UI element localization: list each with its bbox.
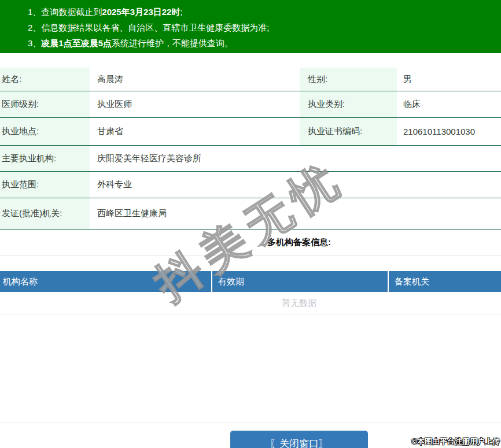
info-label: 发证(批准)机关: <box>0 198 90 229</box>
notice-num: 3、 <box>28 38 41 48</box>
info-label: 性别: <box>300 68 397 91</box>
info-value: 210610113001030 <box>397 118 501 145</box>
filing-column-header: 机构名称 <box>0 271 211 292</box>
info-label: 姓名: <box>0 68 90 91</box>
info-table: 姓名:高晨涛性别:男医师级别:执业医师执业类别:临床执业地点:甘肃省执业证书编码… <box>0 68 501 229</box>
filing-table-header: 机构名称有效期备案机关 <box>0 271 501 292</box>
bottom-divider <box>0 314 501 423</box>
notice-text: 查询数据截止到 <box>41 7 102 17</box>
info-value: 男 <box>397 68 501 91</box>
notice-line-1: 1、查询数据截止到2025年3月23日22时; <box>28 4 501 20</box>
filing-column-header: 有效期 <box>211 271 388 292</box>
notice-num: 1、 <box>28 7 41 17</box>
notice-bold: 凌晨1点至凌晨5点 <box>41 38 112 48</box>
corner-watermark: ©本图由平台注册用户上传 <box>411 436 500 447</box>
info-row: 姓名:高晨涛性别:男 <box>0 68 501 91</box>
info-value: 高晨涛 <box>90 68 300 91</box>
info-label: 执业类别: <box>300 91 397 117</box>
filing-column-header: 备案机关 <box>388 271 501 292</box>
info-value: 临床 <box>397 91 501 117</box>
notice-line-3: 3、凌晨1点至凌晨5点系统进行维护，不能提供查询。 <box>28 35 501 51</box>
info-label: 执业范围: <box>0 172 90 198</box>
info-value: 庆阳爱美年轻医疗美容诊所 <box>90 146 501 171</box>
info-value: 甘肃省 <box>90 118 300 145</box>
notice-text: 系统进行维护，不能提供查询。 <box>112 38 233 48</box>
notice-text: 信息数据结果以各省、自治区、直辖市卫生健康委数据为准; <box>41 23 269 32</box>
page: 1、查询数据截止到2025年3月23日22时; 2、信息数据结果以各省、自治区、… <box>0 0 501 448</box>
info-row: 医师级别:执业医师执业类别:临床 <box>0 91 501 118</box>
info-row: 主要执业机构:庆阳爱美年轻医疗美容诊所 <box>0 146 501 172</box>
info-row: 执业地点:甘肃省执业证书编码:210610113001030 <box>0 118 501 146</box>
info-value: 外科专业 <box>90 172 501 198</box>
notice-line-2: 2、信息数据结果以各省、自治区、直辖市卫生健康委数据为准; <box>28 20 501 35</box>
info-label: 主要执业机构: <box>0 146 90 171</box>
notice-num: 2、 <box>28 23 41 32</box>
info-value: 执业医师 <box>90 91 300 117</box>
notice-bold: 2025年3月23日22时 <box>102 7 180 17</box>
info-row: 执业范围:外科专业 <box>0 172 501 198</box>
filing-section-title: 多机构备案信息: <box>0 229 501 256</box>
info-label: 执业地点: <box>0 118 90 145</box>
filing-empty-text: 暂无数据 <box>0 292 501 314</box>
info-row: 发证(批准)机关:西峰区卫生健康局 <box>0 198 501 229</box>
info-value: 西峰区卫生健康局 <box>90 198 501 229</box>
close-window-button[interactable]: 〖关闭窗口〗 <box>230 431 368 448</box>
info-label: 执业证书编码: <box>300 118 397 145</box>
notice-text: ; <box>180 7 182 17</box>
notice-banner: 1、查询数据截止到2025年3月23日22时; 2、信息数据结果以各省、自治区、… <box>0 0 501 53</box>
info-label: 医师级别: <box>0 91 90 117</box>
